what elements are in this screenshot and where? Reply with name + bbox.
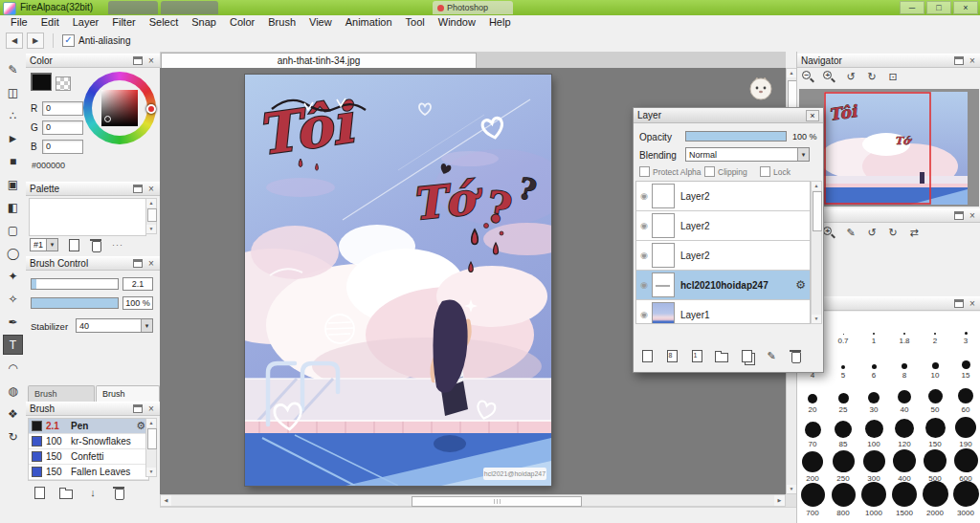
brush-size-option[interactable]: 20 [797, 381, 828, 415]
scroll-right-icon[interactable]: ▶ [774, 495, 785, 506]
gear-icon[interactable]: ⚙ [136, 420, 145, 432]
sv-square[interactable] [101, 90, 138, 126]
duplicate-layer-button[interactable] [739, 348, 754, 363]
close-icon[interactable]: × [968, 299, 977, 309]
dock-toggle-left-button[interactable]: ◀ [6, 33, 23, 49]
brush-folder-button[interactable] [58, 485, 74, 500]
color-panel-header[interactable]: Color × [26, 54, 160, 68]
blue-input[interactable]: 0 [42, 140, 83, 154]
lasso-tool[interactable]: ✧ [3, 289, 23, 309]
close-icon[interactable]: × [806, 110, 819, 121]
brush-size-option[interactable]: 1.8 [889, 312, 920, 346]
eyedropper-tool[interactable]: ◍ [3, 381, 23, 401]
layer-visibility-icon[interactable]: ◉ [636, 221, 652, 230]
brush-size-option[interactable]: 2000 [920, 484, 950, 518]
protect-alpha-checkbox[interactable]: Protect Alpha [639, 166, 702, 177]
brush-item[interactable]: 150 Confetti ⚙ [29, 449, 148, 465]
eraser-tool[interactable]: ◫ [3, 82, 23, 102]
canvas-horizontal-scrollbar[interactable]: ◀ ▶ [160, 494, 786, 507]
brush-size-value[interactable]: 2.1 [122, 277, 153, 291]
brush-size-option[interactable]: 500 [920, 449, 950, 484]
antialiasing-checkbox[interactable]: ✓ [62, 34, 75, 47]
bucket-fill-tool[interactable]: ▣ [3, 174, 23, 194]
layer-opacity-slider[interactable] [685, 131, 787, 142]
blur-finger-tool[interactable]: ∴ [3, 105, 23, 125]
layer-visibility-icon[interactable]: ◉ [636, 251, 652, 260]
brush-size-option[interactable]: 2 [920, 312, 950, 346]
palette-preset-select[interactable]: #1 ▾ [30, 238, 58, 251]
navigator-panel-header[interactable]: Navigator × [797, 54, 980, 68]
scroll-down-icon[interactable]: ▼ [146, 225, 156, 233]
brush-size-option[interactable]: 6 [858, 346, 889, 381]
menu-item[interactable]: View [302, 15, 339, 30]
brush-size-option[interactable]: 1000 [858, 484, 889, 518]
layer-visibility-icon[interactable]: ◉ [636, 310, 652, 319]
window-titlebar[interactable]: FireAlpaca(32bit) Photoshop ─ □ × [0, 0, 980, 15]
scroll-left-icon[interactable]: ◀ [161, 495, 171, 506]
add-brush-button[interactable] [32, 485, 47, 500]
brush-control-panel-header[interactable]: Brush Control × [26, 256, 160, 271]
brush-size-slider[interactable] [31, 278, 119, 290]
scrollbar-thumb[interactable] [813, 191, 822, 231]
delete-brush-button[interactable] [112, 485, 127, 500]
scroll-down-icon[interactable]: ▼ [787, 485, 796, 493]
close-icon[interactable]: × [146, 404, 156, 414]
float-panel-icon[interactable] [133, 404, 143, 413]
close-icon[interactable]: × [146, 56, 156, 66]
brush-size-option[interactable]: 40 [889, 381, 920, 415]
brush-size-option[interactable]: 10 [920, 346, 950, 381]
scroll-up-icon[interactable]: ▲ [812, 182, 821, 190]
float-panel-icon[interactable] [954, 299, 964, 308]
rotate-left-button[interactable]: ↺ [863, 225, 880, 241]
brush-size-panel-header[interactable]: × [797, 296, 980, 311]
add-folder-button[interactable] [714, 348, 729, 363]
add-8bit-layer-button[interactable]: 8 [664, 348, 679, 363]
hue-marker[interactable] [146, 104, 156, 114]
secondary-color-swatch[interactable] [56, 76, 71, 91]
rotate-canvas-tool[interactable]: ↻ [3, 426, 23, 447]
scroll-up-icon[interactable]: ▲ [787, 69, 796, 77]
brush-item[interactable]: 2.1 Pen ⚙ [29, 419, 148, 434]
brush-size-option[interactable]: 700 [797, 484, 828, 518]
mascot-icon[interactable] [748, 76, 773, 100]
menu-item[interactable]: Tool [399, 15, 432, 30]
menu-item[interactable]: Animation [339, 15, 399, 30]
float-panel-icon[interactable] [133, 56, 143, 65]
brush-size-option[interactable]: 50 [920, 381, 950, 415]
palette-color-list[interactable] [29, 198, 146, 236]
brush-tool[interactable]: ✎ [3, 59, 23, 79]
curve-snap-tool[interactable]: ◠ [3, 358, 23, 378]
move-tool[interactable]: ► [3, 128, 23, 148]
scrollbar-thumb[interactable] [147, 208, 157, 222]
brush-size-option[interactable]: 15 [950, 346, 980, 381]
reset-view-button[interactable]: ⊡ [884, 69, 902, 85]
brush-list-scrollbar[interactable]: ▲ ▼ [145, 418, 157, 477]
palette-panel-header[interactable]: Palette × [26, 182, 160, 196]
layer-visibility-icon[interactable]: ◉ [636, 191, 652, 201]
menu-item[interactable]: Window [432, 15, 482, 30]
primary-color-swatch[interactable] [31, 73, 52, 91]
import-brush-button[interactable]: ↓ [85, 485, 100, 500]
brush-size-option[interactable]: 120 [889, 415, 920, 449]
menu-item[interactable]: Brush [261, 15, 302, 30]
layer-row[interactable]: ◉ Layer2 ⚙ [636, 241, 810, 271]
gradient-tool[interactable]: ◧ [3, 197, 23, 217]
brush-size-option[interactable]: 1500 [889, 484, 920, 518]
stabilizer-select[interactable]: 40 ▾ [76, 318, 153, 333]
menu-item[interactable]: File [4, 15, 34, 30]
brush-size-option[interactable]: 1 [858, 312, 889, 346]
rotate-right-button[interactable]: ↻ [884, 225, 902, 241]
minimize-button[interactable]: ─ [900, 1, 924, 14]
brush-size-option[interactable]: 5 [828, 346, 858, 381]
menu-item[interactable]: Color [223, 15, 261, 30]
layer-row[interactable]: ◉ hcl20210hoidap247 ⚙ [636, 271, 810, 300]
transfer-layer-button[interactable]: ✎ [764, 348, 779, 363]
brush-opacity-slider[interactable] [31, 297, 119, 309]
rect-select-tool[interactable]: ▢ [3, 220, 23, 240]
background-window-tab[interactable]: Photoshop [433, 1, 513, 14]
dock-toggle-right-button[interactable]: ▶ [27, 33, 44, 49]
size-panel-header[interactable]: Size × [797, 208, 980, 223]
layer-visibility-icon[interactable]: ◉ [636, 280, 652, 290]
add-1bit-layer-button[interactable]: 1 [689, 348, 704, 363]
brush-opacity-value[interactable]: 100 % [122, 296, 153, 310]
